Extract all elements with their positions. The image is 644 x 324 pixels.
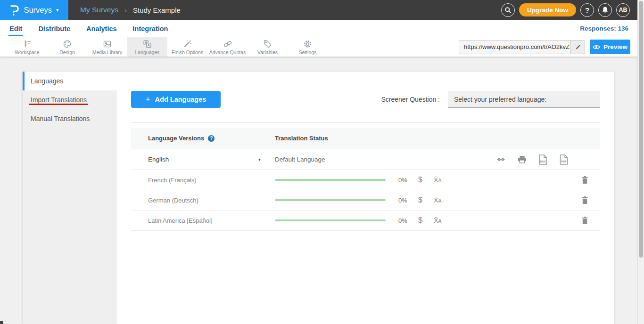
translate-icon[interactable]: X̄A	[434, 217, 442, 224]
screener-question-group: Screener Question : Select your preferre…	[381, 91, 600, 108]
language-name: French (Français)	[148, 177, 197, 184]
default-language-select[interactable]: English	[148, 156, 169, 163]
view-icon[interactable]	[496, 156, 505, 162]
scrollbar-thumb[interactable]	[639, 1, 643, 258]
default-row-actions: DOC PDF	[496, 154, 568, 165]
survey-url-field[interactable]: https://www.questionpro.com/t/AO2kvZ	[459, 40, 585, 54]
annotation-red-underline	[29, 104, 88, 105]
breadcrumb-separator-icon: ›	[124, 6, 127, 14]
eye-icon	[593, 44, 600, 50]
bell-icon	[602, 6, 609, 14]
add-languages-button[interactable]: + Add Languages	[131, 91, 221, 108]
topbar-actions: Upgrade Now ? AB	[501, 3, 630, 17]
sidebar-item-import-translations[interactable]: Import Translations	[23, 90, 117, 109]
delete-language-button[interactable]	[581, 176, 588, 184]
col-translation-status: Translation Status	[275, 135, 328, 142]
search-icon	[504, 7, 512, 14]
order-translation-icon[interactable]: $	[418, 196, 422, 204]
screen-corner-artifact	[0, 321, 3, 324]
tab-integration[interactable]: Integration	[132, 21, 169, 36]
workspace-icon	[22, 39, 32, 49]
notifications-button[interactable]	[598, 3, 612, 17]
sidebar-item-manual-translations[interactable]: Manual Translations	[23, 109, 117, 128]
sidebar-header-languages: Languages	[23, 72, 117, 90]
language-versions-table: Language Versions ? Translation Status E…	[131, 128, 600, 231]
tab-distribute[interactable]: Distribute	[37, 21, 71, 36]
delete-language-button[interactable]	[581, 196, 588, 204]
translate-icon[interactable]: X̄A	[434, 196, 442, 204]
export-doc-icon[interactable]: DOC	[539, 154, 547, 165]
translation-percent: 0%	[398, 177, 409, 184]
surveys-menu-button[interactable]: Surveys ▾	[0, 0, 68, 20]
section-divider	[131, 122, 600, 123]
print-icon[interactable]	[518, 155, 527, 163]
translation-progress-bar	[275, 179, 386, 181]
avatar-initials: AB	[619, 7, 627, 13]
edit-url-button[interactable]	[570, 40, 585, 54]
pencil-icon	[575, 44, 581, 50]
tab-analytics[interactable]: Analytics	[85, 21, 117, 36]
page-scrollbar[interactable]	[637, 0, 644, 324]
translation-progress-bar	[275, 219, 386, 221]
brand-label: Surveys	[24, 6, 52, 15]
order-translation-icon[interactable]: $	[418, 176, 422, 184]
breadcrumb-current: Study Example	[133, 6, 181, 14]
toolbar-item-settings[interactable]: Settings	[288, 37, 328, 57]
table-row-french: French (Français) 0% $ X̄A	[131, 170, 600, 190]
language-name: Latin America [Español]	[148, 217, 213, 224]
top-bar: Surveys ▾ My Surveys › Study Example Upg…	[0, 0, 644, 20]
search-button[interactable]	[501, 3, 515, 17]
chevron-down-icon: ▾	[56, 7, 59, 13]
screener-question-label: Screener Question :	[381, 96, 440, 103]
survey-url-value[interactable]: https://www.questionpro.com/t/AO2kvZ	[459, 43, 570, 50]
variables-icon	[263, 39, 272, 49]
translate-icon[interactable]: X̄A	[434, 176, 442, 184]
plus-icon: +	[146, 95, 150, 104]
avatar[interactable]: AB	[616, 3, 630, 17]
toolbar-item-media-library[interactable]: Media Library	[87, 37, 127, 57]
survey-tab-bar: Edit Distribute Analytics Integration Re…	[0, 20, 644, 37]
translation-percent: 0%	[398, 217, 409, 224]
languages-icon	[142, 39, 152, 49]
help-button[interactable]: ?	[580, 3, 594, 17]
toolbar-item-variables[interactable]: Variables	[248, 37, 288, 57]
languages-panel: Languages Import Translations Manual Tra…	[23, 72, 614, 324]
toolbar-right: https://www.questionpro.com/t/AO2kvZ Pre…	[459, 37, 630, 57]
breadcrumb: My Surveys › Study Example	[80, 6, 181, 14]
table-row-latin-america: Latin America [Español] 0% $ X̄A	[131, 211, 600, 231]
translation-progress-bar	[275, 199, 386, 201]
delete-language-button[interactable]	[581, 216, 588, 225]
chevron-down-icon[interactable]: ▾	[258, 157, 261, 162]
table-row-german: German (Deutsch) 0% $ X̄A	[131, 190, 600, 211]
svg-text:DOC: DOC	[540, 160, 546, 162]
toolbar-item-design[interactable]: Design	[47, 37, 87, 57]
advance-quotas-icon	[223, 39, 233, 49]
table-row-default-language: English ▾ Default Language	[131, 149, 600, 170]
screener-question-select[interactable]: Select your preferred language:	[448, 91, 600, 108]
design-icon	[62, 39, 72, 49]
col-language-versions: Language Versions	[148, 135, 204, 142]
upgrade-now-button[interactable]: Upgrade Now	[519, 3, 576, 16]
toolbar-item-languages[interactable]: Languages	[127, 37, 167, 57]
table-header-row: Language Versions ? Translation Status	[131, 128, 600, 149]
question-mark-icon: ?	[585, 6, 589, 14]
export-pdf-icon[interactable]: PDF	[560, 154, 568, 165]
preview-button[interactable]: Preview	[590, 40, 630, 54]
tab-edit[interactable]: Edit	[8, 21, 23, 36]
finish-options-icon	[182, 39, 192, 49]
toolbar-item-finish-options[interactable]: Finish Options	[167, 37, 207, 57]
toolbar-item-workspace[interactable]: Workspace	[7, 37, 47, 57]
help-icon[interactable]: ?	[208, 135, 215, 142]
default-language-status: Default Language	[275, 156, 325, 163]
breadcrumb-my-surveys[interactable]: My Surveys	[80, 6, 118, 14]
translation-percent: 0%	[398, 197, 409, 204]
toolbar-item-advance-quotas[interactable]: Advance Quotas	[207, 37, 248, 57]
responses-count[interactable]: Responses: 136	[580, 25, 628, 32]
languages-content: + Add Languages Screener Question : Sele…	[117, 72, 614, 324]
svg-text:PDF: PDF	[561, 160, 567, 162]
media-library-icon	[102, 39, 112, 49]
order-translation-icon[interactable]: $	[418, 216, 422, 225]
languages-sidebar: Languages Import Translations Manual Tra…	[23, 72, 117, 324]
settings-icon	[303, 39, 313, 49]
questionpro-logo-icon	[9, 4, 19, 16]
